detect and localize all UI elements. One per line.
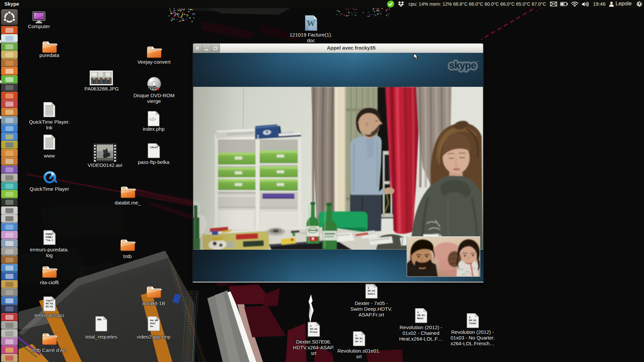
svg-text:1: 1: [417, 311, 419, 314]
svg-text:00:01: 00:01: [355, 337, 363, 340]
svg-text:Nous: Nous: [417, 317, 424, 320]
svg-text:00:01: 00:01: [46, 305, 53, 308]
svg-text:lspc!: lspc!: [46, 299, 54, 302]
svg-text:</>: </>: [149, 117, 156, 122]
svg-text:skype: skype: [449, 60, 476, 71]
svg-text:00:01: 00:01: [310, 328, 318, 330]
svg-text:PURE!: PURE!: [46, 236, 53, 239]
svg-text:Précé: Précé: [310, 331, 318, 334]
svg-text:finàl: finàl: [469, 322, 477, 325]
svg-text:1: 1: [469, 316, 471, 319]
svg-text:1: 1: [368, 286, 369, 289]
svg-text:"ta-l: "ta-l: [46, 239, 53, 242]
svg-text:19ns7: 19ns7: [150, 146, 158, 149]
svg-text:00:01: 00:01: [368, 290, 375, 292]
svg-text:00:01: 00:01: [46, 302, 53, 305]
svg-text:4a:a0: 4a:a0: [150, 319, 158, 322]
svg-text:00:01: 00:01: [469, 319, 477, 322]
svg-text:DVD: DVD: [147, 85, 157, 90]
svg-text:4n:: 4n:: [150, 325, 155, 328]
svg-text:Subti: Subti: [368, 293, 375, 295]
svg-text:On v!: On v!: [355, 340, 363, 343]
svg-text:™: ™: [476, 60, 478, 63]
svg-text:213: 213: [97, 318, 102, 321]
svg-text:4nd!: 4nd!: [150, 322, 156, 325]
svg-text:PURE!: PURE!: [46, 233, 54, 236]
svg-text:1: 1: [310, 324, 312, 327]
svg-text:1: 1: [355, 334, 357, 337]
svg-text:W: W: [307, 18, 315, 28]
svg-text:R: R: [156, 87, 159, 92]
svg-text:00:01: 00:01: [417, 314, 425, 317]
